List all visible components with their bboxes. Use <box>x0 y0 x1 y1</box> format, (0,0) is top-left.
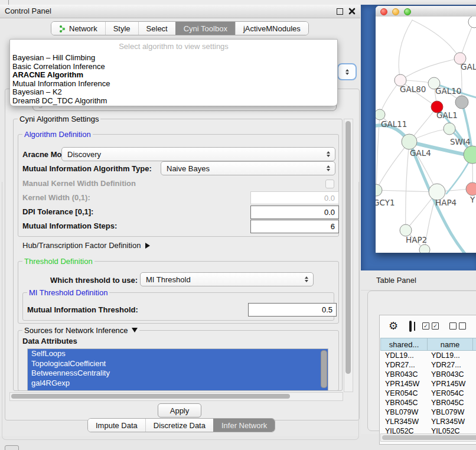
node-label-gal11: GAL11 <box>381 119 407 129</box>
tab-style[interactable]: Style <box>105 22 138 35</box>
mi-algorithm-type-combobox[interactable]: Naive Bayes <box>161 161 335 175</box>
node-label-gal: GAL <box>461 62 476 71</box>
tab-jactivemnodules[interactable]: jActiveMNodules <box>235 22 308 35</box>
tab-impute-data[interactable]: Impute Data <box>88 419 145 432</box>
attribute-list-item-betweennesscentrality[interactable]: BetweennessCentrality <box>28 369 328 379</box>
table-cell: YDR27... <box>380 360 426 370</box>
dropdown-item-basic-correlation-inference[interactable]: Basic Correlation Inference <box>10 63 337 71</box>
tab-network[interactable]: Network <box>51 22 105 35</box>
table-row[interactable]: YBR045CYBR045C9. <box>380 398 476 407</box>
node-gal1[interactable] <box>444 123 455 135</box>
node-gcy1[interactable] <box>376 184 382 196</box>
table-row[interactable]: YPR145WYPR145W9. <box>380 379 476 389</box>
column-header-item[interactable] <box>473 338 476 351</box>
which-threshold-label: Which threshold to use: <box>50 276 138 285</box>
network-window[interactable]: GALGAL80GAL10GAL1GAL11SWI4GAL4GCY1HAP4YH… <box>376 6 476 253</box>
settings-horizontal-scrollbar[interactable] <box>9 392 343 401</box>
network-canvas[interactable]: GALGAL80GAL10GAL1GAL11SWI4GAL4GCY1HAP4YH… <box>376 17 476 253</box>
table-cell: YLR345W <box>380 417 426 426</box>
up-arrow-icon <box>345 69 349 71</box>
zoom-traffic-light-icon[interactable] <box>404 8 411 15</box>
dropdown-item-aracne-algorithm[interactable]: ARACNE Algorithm <box>10 71 337 80</box>
tab-label: Network <box>69 24 97 33</box>
tab-discretize-data[interactable]: Discretize Data <box>145 419 213 432</box>
attribute-list-item-selfloops[interactable]: SelfLoops <box>28 349 328 359</box>
threshold-definition-title: Threshold Definition <box>22 257 94 266</box>
table-cell <box>471 370 476 379</box>
mi-steps-field[interactable]: 6 <box>250 220 339 233</box>
scrollbar-thumb[interactable] <box>345 121 351 374</box>
minimize-traffic-light-icon[interactable] <box>392 8 399 15</box>
dropdown-item-bayesian-k2[interactable]: Bayesian – K2 <box>10 88 337 97</box>
scrollbar-thumb[interactable] <box>11 394 290 399</box>
table-cell: 12 <box>471 360 476 370</box>
stepper-arrows-icon <box>324 165 332 171</box>
node-label-gal80: GAL80 <box>400 84 426 94</box>
table-cell: YPR145W <box>380 379 426 389</box>
scrollbar-thumb[interactable] <box>382 435 476 440</box>
tab-infer-network[interactable]: Infer Network <box>213 419 275 432</box>
algorithm-combobox-stepper[interactable] <box>337 63 357 80</box>
dpi-tolerance-field[interactable]: 0.0 <box>250 206 339 219</box>
kernel-width-field[interactable]: 0.0 <box>250 191 339 204</box>
tab-select[interactable]: Select <box>138 22 175 35</box>
node-table-box: ⚙ ✓✓ shared...name YDL19...YDL19...13YDR… <box>379 315 476 445</box>
deselect-all-icon[interactable] <box>449 322 466 330</box>
data-attributes-list[interactable]: SelfLoopsTopologicalCoefficientBetweenne… <box>27 348 328 391</box>
table-cell: YDL19... <box>380 351 426 360</box>
select-all-icon[interactable]: ✓✓ <box>422 322 439 330</box>
node-gal4[interactable] <box>402 134 417 149</box>
hub-definition-expander[interactable]: Hub/Transcription Factor Definition <box>22 241 150 250</box>
table-cell: YBL079W <box>426 407 471 417</box>
network-edge <box>406 142 409 230</box>
node-gal11[interactable] <box>376 109 385 120</box>
split-columns-icon[interactable] <box>409 321 412 332</box>
table-row[interactable]: YLR345WYLR345W9. <box>380 417 476 426</box>
column-header-name[interactable]: name <box>428 338 473 351</box>
network-window-titlebar[interactable] <box>376 6 476 17</box>
tab-label: Cyni Toolbox <box>184 24 227 33</box>
node-top-right[interactable] <box>468 17 476 28</box>
node-green-right[interactable] <box>464 146 476 164</box>
tab-cyni-toolbox[interactable]: Cyni Toolbox <box>175 22 235 35</box>
dropdown-item-bayesian-hill-climbing[interactable]: Bayesian – Hill Climbing <box>10 54 337 63</box>
column-header-shared[interactable]: shared... <box>380 338 428 351</box>
tab-label: Infer Network <box>221 421 267 430</box>
table-row[interactable]: YBL079WYBL079W <box>380 407 476 417</box>
mi-threshold-field[interactable]: 0.5 <box>248 303 337 317</box>
table-row[interactable]: YDR27...YDR27...12 <box>380 360 476 370</box>
node-label-gal1: GAL1 <box>436 110 458 120</box>
collapsed-panel-icon[interactable] <box>5 445 19 450</box>
stepper-arrows-icon <box>324 151 332 157</box>
node-label-gcy1: GCY1 <box>376 198 395 207</box>
node-gray[interactable] <box>455 96 468 109</box>
apply-button[interactable]: Apply <box>158 403 201 418</box>
aracne-mode-combobox[interactable]: Discovery <box>61 147 335 161</box>
which-threshold-combobox[interactable]: MI Threshold <box>140 272 314 286</box>
close-traffic-light-icon[interactable] <box>380 8 387 15</box>
attribute-list-item-topologicalcoefficient[interactable]: TopologicalCoefficient <box>28 359 328 369</box>
node-salmon[interactable] <box>466 182 476 195</box>
dropdown-item-mutual-information-inference[interactable]: Mutual Information Inference <box>10 80 337 89</box>
control-panel: Control Panel NetworkStyleSelectCyni Too… <box>0 5 360 436</box>
manual-kernel-width-checkbox[interactable] <box>325 180 334 188</box>
settings-vertical-scrollbar[interactable] <box>344 119 353 392</box>
close-icon[interactable] <box>348 8 356 15</box>
node-hap2[interactable] <box>400 224 412 236</box>
float-window-icon[interactable] <box>337 8 343 15</box>
attribute-list-item[interactable] <box>28 388 328 391</box>
node-bottom[interactable] <box>419 244 430 253</box>
dropdown-item-dream8-dc-tdc-algorithm[interactable]: Dream8 DC_TDC Algorithm <box>10 97 337 106</box>
gear-icon[interactable]: ⚙ <box>389 321 398 331</box>
attribute-list-item-gal4rgexp[interactable]: gal4RGexp <box>28 379 328 389</box>
table-cell: 13 <box>471 351 476 360</box>
which-threshold-value: MI Threshold <box>141 275 302 284</box>
expand-right-icon <box>145 243 150 249</box>
collapse-down-icon <box>132 328 138 332</box>
table-row[interactable]: YDL19...YDL19...13 <box>380 351 476 360</box>
list-scrollbar-thumb[interactable] <box>321 350 327 388</box>
table-horizontal-scrollbar[interactable] <box>380 433 476 442</box>
table-row[interactable]: YBR043CYBR043C <box>380 370 476 379</box>
sources-expander[interactable]: Sources for Network Inference <box>22 326 139 335</box>
table-row[interactable]: YER054CYER054C8. <box>380 389 476 398</box>
